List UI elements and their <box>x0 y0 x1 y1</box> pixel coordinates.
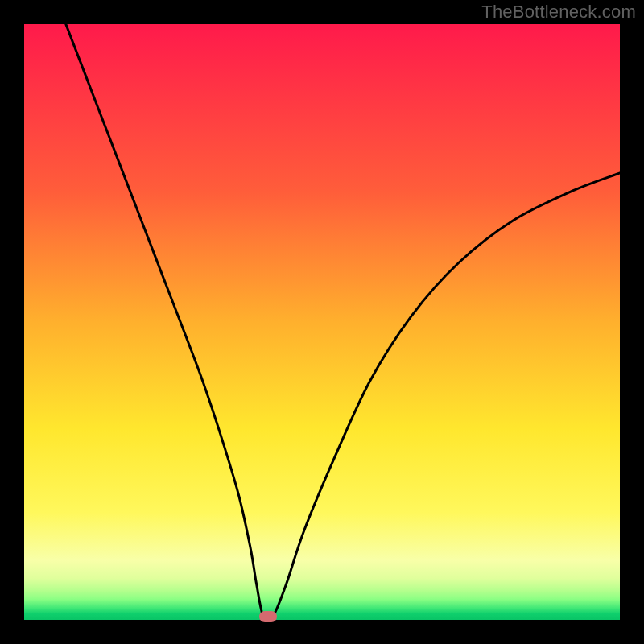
plot-area <box>24 24 620 620</box>
watermark-text: TheBottleneck.com <box>481 2 636 23</box>
bottleneck-curve <box>66 24 620 617</box>
minimum-marker <box>259 611 277 622</box>
curve-svg <box>24 24 620 620</box>
